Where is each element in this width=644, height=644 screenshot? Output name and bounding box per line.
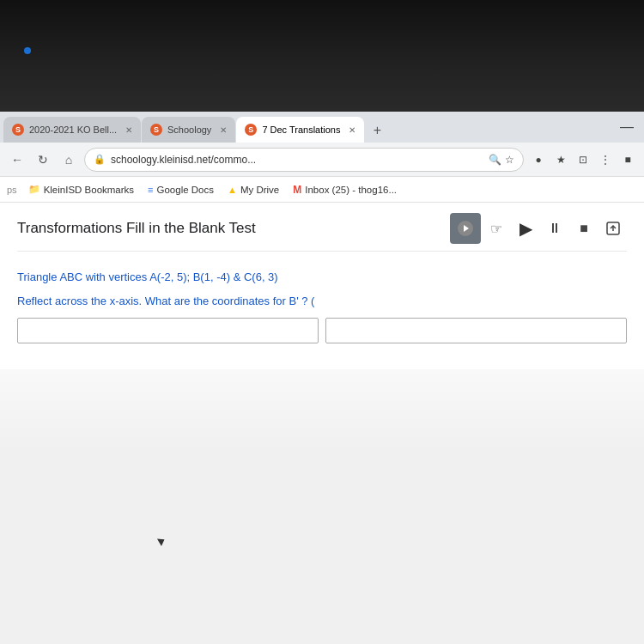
replay-icon bbox=[606, 222, 620, 235]
page-title: Transformations Fill in the Blank Test bbox=[17, 220, 441, 237]
page-lower-area bbox=[0, 369, 644, 644]
lock-icon: 🔒 bbox=[94, 154, 106, 165]
tab-translations[interactable]: S 7 Dec Translations ✕ bbox=[236, 117, 364, 143]
address-bar: ← ↻ ⌂ 🔒 schoology.kleinisd.net/commo... … bbox=[0, 143, 644, 177]
new-tab-button[interactable]: + bbox=[365, 118, 389, 143]
tab-schoology[interactable]: S Schoology ✕ bbox=[142, 117, 235, 143]
media-thumb bbox=[450, 213, 481, 244]
minimize-button[interactable]: — bbox=[620, 112, 641, 143]
url-box[interactable]: 🔒 schoology.kleinisd.net/commo... 🔍 ☆ bbox=[84, 148, 524, 172]
menu-icon-btn[interactable]: ⋮ bbox=[596, 150, 615, 169]
bookmark-my-drive-label: My Drive bbox=[240, 185, 279, 195]
drive-icon: ▲ bbox=[228, 185, 237, 195]
tab-favicon-3: S bbox=[245, 124, 257, 136]
bookmark-my-drive[interactable]: ▲ My Drive bbox=[222, 182, 285, 197]
gmail-icon: M bbox=[293, 184, 301, 196]
bookmark-gmail[interactable]: M Inbox (25) - thog16... bbox=[287, 181, 403, 198]
laptop-bezel bbox=[0, 0, 644, 112]
camera-dot bbox=[24, 47, 31, 54]
stop-button[interactable]: ■ bbox=[570, 215, 598, 242]
back-button[interactable]: ← bbox=[7, 149, 27, 170]
extension-icon-btn[interactable]: ⊡ bbox=[574, 150, 592, 169]
bookmarks-prefix: ps bbox=[7, 185, 21, 195]
tab-favicon-1: S bbox=[12, 124, 24, 136]
url-icons: 🔍 ☆ bbox=[489, 154, 514, 166]
answer-input-2[interactable] bbox=[325, 318, 627, 343]
question-prompt: Reflect across the x-axis. What are the … bbox=[17, 293, 627, 310]
tab-close-2[interactable]: ✕ bbox=[216, 125, 227, 135]
tab-close-3[interactable]: ✕ bbox=[345, 125, 355, 135]
browser-window: S 2020-2021 KO Bell... ✕ S Schoology ✕ S… bbox=[0, 112, 644, 644]
tab-label-2: Schoology bbox=[167, 125, 211, 135]
pause-button[interactable]: ⏸ bbox=[541, 215, 568, 242]
bookmark-gmail-label: Inbox (25) - thog16... bbox=[305, 185, 397, 195]
extra-icon-btn[interactable]: ■ bbox=[618, 150, 637, 169]
tab-label-3: 7 Dec Translations bbox=[262, 125, 340, 135]
replay-button[interactable] bbox=[599, 215, 627, 242]
media-thumb-icon bbox=[458, 221, 473, 236]
answer-input-1[interactable] bbox=[17, 318, 319, 343]
bookmark-folder-icon: 📁 bbox=[28, 184, 40, 195]
refresh-button[interactable]: ↻ bbox=[33, 149, 53, 170]
bookmark-kleinISD[interactable]: 📁 KleinISD Bookmarks bbox=[22, 181, 140, 197]
bookmark-icon-btn[interactable]: ★ bbox=[551, 150, 570, 169]
media-controls: ☞ ▶ ⏸ ■ bbox=[450, 213, 627, 244]
play-button[interactable]: ▶ bbox=[512, 215, 539, 242]
home-button[interactable]: ⌂ bbox=[58, 149, 79, 170]
star-icon[interactable]: ☆ bbox=[505, 154, 514, 166]
tab-label-1: 2020-2021 KO Bell... bbox=[29, 125, 117, 135]
google-docs-icon: ≡ bbox=[148, 185, 153, 195]
answer-inputs bbox=[17, 318, 627, 343]
cursor-mode-button[interactable]: ☞ bbox=[483, 215, 510, 242]
tab-favicon-2: S bbox=[150, 124, 162, 136]
bookmarks-bar: ps 📁 KleinISD Bookmarks ≡ Google Docs ▲ … bbox=[0, 177, 644, 203]
tab-close-1[interactable]: ✕ bbox=[122, 125, 132, 135]
question-area: Triangle ABC with vertices A(-2, 5); B(1… bbox=[17, 265, 627, 347]
search-icon[interactable]: 🔍 bbox=[489, 154, 501, 166]
question-setup: Triangle ABC with vertices A(-2, 5); B(1… bbox=[17, 269, 627, 286]
bookmark-kleinISD-label: KleinISD Bookmarks bbox=[44, 185, 134, 195]
tab-bar: S 2020-2021 KO Bell... ✕ S Schoology ✕ S… bbox=[0, 112, 644, 143]
bookmark-google-docs[interactable]: ≡ Google Docs bbox=[142, 182, 220, 197]
browser-toolbar-icons: ● ★ ⊡ ⋮ ■ bbox=[529, 150, 637, 169]
profile-icon-btn[interactable]: ● bbox=[529, 150, 548, 169]
tab-ko-bell[interactable]: S 2020-2021 KO Bell... ✕ bbox=[3, 117, 141, 143]
page-title-bar: Transformations Fill in the Blank Test ☞… bbox=[17, 213, 627, 252]
url-text: schoology.kleinisd.net/commo... bbox=[111, 154, 483, 166]
bookmark-google-docs-label: Google Docs bbox=[157, 185, 214, 195]
page-content: Transformations Fill in the Blank Test ☞… bbox=[0, 203, 644, 357]
